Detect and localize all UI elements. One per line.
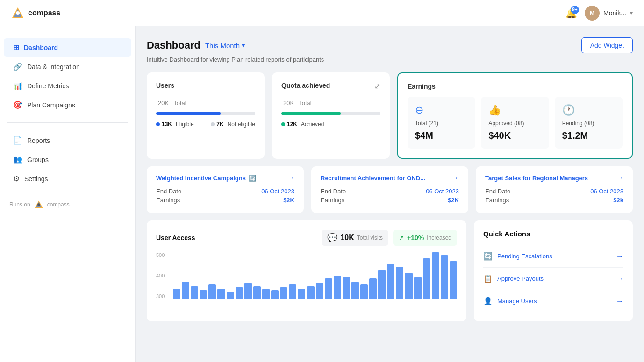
notification-badge: 9+ xyxy=(571,6,579,14)
quick-actions-title: Quick Actions xyxy=(483,230,623,238)
earnings-grid: ⊖ Total (21) $4M 👍 Approved (08) $40K 🕐 … xyxy=(408,97,623,149)
bar-26 xyxy=(405,273,412,299)
earnings-pending-item: 🕐 Pending (08) $1.2M xyxy=(555,97,623,149)
chevron-down-icon: ▾ xyxy=(630,10,633,16)
campaign-card-target: Target Sales for Regional Managers → End… xyxy=(476,166,633,213)
sidebar-primary-section: ⊞ Dashboard 🔗 Data & Integration 📊 Defin… xyxy=(0,34,135,119)
sidebar-item-reports[interactable]: 📄 Reports xyxy=(4,131,131,149)
groups-icon: 👥 xyxy=(13,155,22,164)
user-access-title: User Access xyxy=(156,234,195,241)
bar-chart-wrapper: 300 400 500 xyxy=(156,252,457,299)
campaign-arrow-target[interactable]: → xyxy=(616,174,623,182)
bar-24 xyxy=(387,264,394,299)
y-label-500: 500 xyxy=(156,252,165,258)
sidebar-item-plan-campaigns[interactable]: 🎯 Plan Campaigns xyxy=(4,96,131,114)
users-card-title: Users xyxy=(156,82,255,89)
sidebar-item-define-metrics[interactable]: 📊 Define Metrics xyxy=(4,77,131,95)
logo[interactable]: compass xyxy=(11,7,60,20)
sidebar-item-dashboard[interactable]: ⊞ Dashboard xyxy=(4,38,131,57)
user-menu-button[interactable]: M Monik... ▾ xyxy=(585,6,633,21)
quota-progress-bar xyxy=(281,112,380,115)
sidebar-footer: Runs on compass xyxy=(0,192,135,217)
visits-icon: 💬 xyxy=(327,233,337,243)
expand-icon[interactable]: ⤢ xyxy=(374,82,380,91)
topnav-right: 🔔 9+ M Monik... ▾ xyxy=(565,6,633,21)
total-earnings-label: Total (21) xyxy=(415,120,468,127)
bar-1 xyxy=(182,282,189,299)
eligible-progress-fill xyxy=(156,112,221,115)
bar-10 xyxy=(262,289,270,299)
bar-27 xyxy=(414,277,422,299)
bar-chart-area xyxy=(156,252,457,299)
increase-icon: ↗ xyxy=(399,234,404,241)
dashboard-icon: ⊞ xyxy=(13,43,19,52)
bar-8 xyxy=(244,283,252,299)
user-access-stats: 💬 10K Total visits ↗ +10% Increased xyxy=(322,230,457,246)
quota-total: 20K Total xyxy=(281,96,380,108)
approved-earnings-icon: 👍 xyxy=(488,104,541,116)
bar-21 xyxy=(360,284,368,299)
chevron-down-period-icon: ▾ xyxy=(242,41,245,50)
plan-campaigns-icon: 🎯 xyxy=(13,100,22,109)
bar-12 xyxy=(280,287,287,299)
campaign-name-target[interactable]: Target Sales for Regional Managers xyxy=(485,175,588,182)
manage-users-icon: 👤 xyxy=(483,297,493,305)
users-total: 20K Total xyxy=(156,96,255,108)
reports-icon: 📄 xyxy=(13,136,22,145)
bar-5 xyxy=(217,289,225,299)
main-content: Dashboard This Month ▾ Add Widget Intuit… xyxy=(136,26,644,362)
bar-29 xyxy=(432,252,439,299)
campaign-name-weighted[interactable]: Weighted Incentive Campaigns 🔄 xyxy=(156,175,256,182)
campaign-card-recruitment: Recruitment Achievement for OND... → End… xyxy=(311,166,468,213)
campaign-earnings-row-3: Earnings $2k xyxy=(485,197,623,204)
bar-15 xyxy=(307,286,314,299)
dashboard-title-row: Dashboard This Month ▾ xyxy=(147,39,245,51)
campaign-end-date-row-2: End Date 06 Oct 2023 xyxy=(321,188,459,195)
earnings-approved-item: 👍 Approved (08) $40K xyxy=(481,97,549,149)
sidebar-secondary-section: 📄 Reports 👥 Groups ⚙ Settings xyxy=(0,127,135,192)
qa-approve-payouts[interactable]: 📋 Approve Payouts → xyxy=(483,268,623,290)
y-label-400: 400 xyxy=(156,273,165,278)
period-selector[interactable]: This Month ▾ xyxy=(205,41,245,50)
dashboard-subtitle: Intuitive Dashboard for viewing Plan rel… xyxy=(147,56,633,63)
bar-14 xyxy=(298,289,305,299)
svg-point-5 xyxy=(37,203,40,206)
bar-19 xyxy=(343,277,350,299)
pending-escalations-icon: 🔄 xyxy=(483,252,493,261)
campaign-arrow-recruitment[interactable]: → xyxy=(451,174,459,182)
not-eligible-dot xyxy=(211,122,215,126)
total-visits-stat: 💬 10K Total visits xyxy=(322,230,388,246)
sidebar-item-settings[interactable]: ⚙ Settings xyxy=(4,170,131,188)
bar-3 xyxy=(200,290,207,299)
notification-button[interactable]: 🔔 9+ xyxy=(565,7,577,19)
bar-23 xyxy=(378,270,386,299)
bar-20 xyxy=(351,282,359,299)
users-legend: 13K Eligible 7K Not eligible xyxy=(156,121,255,128)
quota-legend: 12K Achieved xyxy=(281,121,380,128)
pending-earnings-icon: 🕐 xyxy=(562,104,615,116)
refresh-icon: 🔄 xyxy=(249,175,256,182)
user-access-card: User Access 💬 10K Total visits ↗ +10% In… xyxy=(147,220,466,321)
increase-stat: ↗ +10% Increased xyxy=(393,230,457,246)
users-progress-bar xyxy=(156,112,255,115)
bar-2 xyxy=(191,286,198,299)
campaign-card-weighted: Weighted Incentive Campaigns 🔄 → End Dat… xyxy=(147,166,304,213)
define-metrics-icon: 📊 xyxy=(13,81,22,90)
bar-28 xyxy=(423,258,430,299)
dashboard-header: Dashboard This Month ▾ Add Widget xyxy=(147,37,633,53)
approve-payouts-icon: 📋 xyxy=(483,274,493,283)
add-widget-button[interactable]: Add Widget xyxy=(581,37,633,53)
earnings-card-title: Earnings xyxy=(408,83,623,90)
campaign-name-recruitment[interactable]: Recruitment Achievement for OND... xyxy=(321,175,425,182)
sidebar: ⊞ Dashboard 🔗 Data & Integration 📊 Defin… xyxy=(0,26,136,362)
qa-manage-users[interactable]: 👤 Manage Users → xyxy=(483,290,623,312)
username-label: Monik... xyxy=(603,9,626,17)
top-cards-row: Users 20K Total 13K Eligible xyxy=(147,72,633,159)
campaign-end-date-row: End Date 06 Oct 2023 xyxy=(156,188,294,195)
qa-pending-escalations[interactable]: 🔄 Pending Escalations → xyxy=(483,245,623,268)
sidebar-item-groups[interactable]: 👥 Groups xyxy=(4,150,131,169)
campaign-arrow-weighted[interactable]: → xyxy=(287,174,294,182)
campaign-earnings-row: Earnings $2K xyxy=(156,197,294,204)
bar-11 xyxy=(271,290,279,299)
sidebar-item-data-integration[interactable]: 🔗 Data & Integration xyxy=(4,57,131,76)
